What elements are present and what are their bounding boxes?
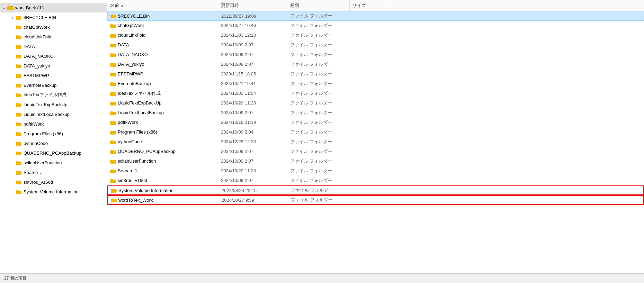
tree-item-Search_J[interactable]: Search_J [0, 167, 107, 177]
tree-item-sin3rou_v166d[interactable]: sin3rou_v166d [0, 177, 107, 187]
folder-icon [15, 92, 22, 98]
file-row[interactable]: LiquidTextExpBackUp2024/10/20 11:28ファイル … [107, 98, 644, 108]
cell-type: ファイル フォルダー [287, 100, 350, 106]
cell-name: EFSTMPWP [107, 71, 218, 77]
tree-item-IdeaTex[interactable]: IdeaTexファイル作成 [0, 90, 107, 100]
tree-item-label: $RECYCLE.BIN [24, 15, 56, 20]
file-folder-icon [110, 23, 116, 28]
col-header-type[interactable]: 種類 [287, 0, 350, 11]
cell-name: chatGptWork [107, 23, 218, 28]
file-row[interactable]: QUADERNO_PCAppBackup2024/10/09 2:07ファイル … [107, 147, 644, 156]
svg-rect-74 [110, 171, 116, 173]
file-folder-icon [110, 71, 116, 77]
file-folder-icon [111, 188, 117, 193]
tree-item-label: scilabUserFunction [24, 160, 62, 165]
svg-rect-44 [110, 25, 116, 28]
tree-item-chatGptWork[interactable]: chatGptWork [0, 22, 107, 32]
cell-type: ファイル フォルダー [287, 168, 350, 174]
file-row[interactable]: pythonCode2024/12/28 12:23ファイル フォルダー [107, 137, 644, 147]
file-row[interactable]: wordToTex_Work2024/10/27 9:59ファイル フォルダー [107, 195, 644, 205]
file-name-label: pythonCode [118, 139, 142, 144]
file-name-label: pdftkWork [118, 120, 138, 125]
col-header-date[interactable]: 更新日時 [218, 0, 287, 11]
file-row[interactable]: $RECYCLE.BIN2022/09/27 19:09ファイル フォルダー [107, 11, 644, 21]
tree-items-container: $RECYCLE.BIN chatGptWork cloudLinkFold D… [0, 12, 107, 197]
file-row[interactable]: cloudLinkFold2024/11/03 12:18ファイル フォルダー [107, 30, 644, 40]
file-row[interactable]: DATA2024/10/09 2:07ファイル フォルダー [107, 40, 644, 50]
svg-rect-26 [16, 124, 21, 126]
file-folder-icon [110, 110, 116, 116]
file-row[interactable]: DATA_NAOKO2024/10/09 2:07ファイル フォルダー [107, 50, 644, 60]
file-row[interactable]: System Volume Information2022/08/23 22:1… [107, 185, 644, 195]
file-row[interactable]: Program Files (x86)2024/10/09 2:04ファイル フ… [107, 127, 644, 137]
tree-item-cloudLinkFold[interactable]: cloudLinkFold [0, 32, 107, 42]
svg-rect-66 [110, 132, 116, 134]
cell-type: ファイル フォルダー [288, 13, 350, 19]
svg-rect-32 [16, 153, 21, 155]
cell-type: ファイル フォルダー [287, 32, 350, 38]
file-row[interactable]: LiquidTextLocalBackup2024/10/09 2:07ファイル… [107, 108, 644, 118]
file-name-label: $RECYCLE.BIN [118, 13, 151, 19]
tree-item-DATA[interactable]: DATA [0, 42, 107, 51]
folder-icon [15, 44, 22, 49]
tree-root-drive[interactable]: work Back (J:) [0, 3, 107, 12]
file-rows-container: $RECYCLE.BIN2022/09/27 19:09ファイル フォルダー c… [107, 11, 644, 205]
cell-name: $RECYCLE.BIN [108, 13, 218, 19]
file-name-label: EFSTMPWP [118, 71, 143, 76]
file-row[interactable]: EFSTMPWP2023/11/15 18:05ファイル フォルダー [107, 69, 644, 79]
file-row[interactable]: scilabUserFunction2024/10/09 2:07ファイル フォ… [107, 156, 644, 166]
cell-date: 2022/08/23 22:15 [219, 188, 288, 193]
tree-item-SystemVolumeInfo[interactable]: System Volume Information [0, 187, 107, 197]
folder-icon [15, 63, 22, 69]
tree-item-label: LiquidTextExpBackUp [24, 102, 67, 107]
tree-item-QUADERNO[interactable]: QUADERNO_PCAppBackup [0, 148, 107, 158]
cell-name: System Volume Information [108, 188, 219, 193]
file-folder-icon [110, 33, 116, 38]
tree-item-label: IdeaTexファイル作成 [24, 92, 66, 98]
file-folder-icon [110, 158, 116, 164]
sort-arrow-icon: ▲ [120, 3, 124, 7]
tree-item-LiquidTextExpBackUp[interactable]: LiquidTextExpBackUp [0, 100, 107, 109]
cell-name: sin3rou_v166d [107, 178, 218, 183]
cell-name: Search_J [107, 168, 218, 174]
tree-item-label: DATA_NAOKO [24, 54, 54, 59]
cell-type: ファイル フォルダー [288, 197, 350, 203]
file-row[interactable]: Search_J2024/10/20 11:28ファイル フォルダー [107, 166, 644, 176]
status-text: 27 個の項目 [4, 275, 27, 281]
svg-rect-76 [110, 180, 116, 183]
tree-item-scilabUserFunction[interactable]: scilabUserFunction [0, 158, 107, 167]
cell-name: cloudLinkFold [107, 33, 218, 38]
col-header-size[interactable]: サイズ [350, 0, 391, 11]
col-name-label: 名前 [110, 2, 119, 9]
folder-icon [15, 73, 22, 78]
file-row[interactable]: EvernoteBackup2024/10/21 19:41ファイル フォルダー [107, 79, 644, 89]
tree-item-DATA_yukiyo[interactable]: DATA_yukiyo [0, 61, 107, 71]
tree-item-label: pythonCode [24, 141, 48, 146]
tree-item-LiquidTextLocalBackup[interactable]: LiquidTextLocalBackup [0, 109, 107, 119]
col-header-name[interactable]: 名前 ▲ [107, 0, 218, 11]
tree-item-EvernoteBackup[interactable]: EvernoteBackup [0, 80, 107, 90]
file-row[interactable]: DATA_yukiyo2024/10/09 2:07ファイル フォルダー [107, 60, 644, 69]
tree-item-ProgramFiles[interactable]: Program Files (x86) [0, 129, 107, 138]
file-row[interactable]: IdeaTexファイル作成2024/12/01 11:54ファイル フォルダー [107, 89, 644, 98]
cell-date: 2024/10/09 2:07 [218, 42, 287, 47]
tree-item-recycle[interactable]: $RECYCLE.BIN [0, 12, 107, 22]
tree-item-pdftkWork[interactable]: pdftkWork [0, 119, 107, 129]
file-list-body: $RECYCLE.BIN2022/09/27 19:09ファイル フォルダー c… [107, 11, 644, 273]
file-folder-icon [110, 139, 116, 145]
tree-item-label: QUADERNO_PCAppBackup [24, 150, 81, 156]
file-row[interactable]: sin3rou_v166d2024/10/09 2:07ファイル フォルダー [107, 176, 644, 185]
folder-icon [15, 24, 22, 30]
file-name-label: DATA_NAOKO [118, 52, 148, 57]
cell-type: ファイル フォルダー [287, 148, 350, 155]
file-row[interactable]: chatGptWork2024/10/27 10:46ファイル フォルダー [107, 21, 644, 30]
cell-type: ファイル フォルダー [287, 158, 350, 164]
tree-item-pythonCode[interactable]: pythonCode [0, 138, 107, 148]
tree-item-EFSTMPWP[interactable]: EFSTMPWP [0, 71, 107, 80]
tree-item-DATA_NAOKO[interactable]: DATA_NAOKO [0, 51, 107, 61]
file-row[interactable]: pdftkWork2024/10/18 21:19ファイル フォルダー [107, 118, 644, 127]
cell-name: wordToTex_Work [108, 197, 219, 203]
cell-name: DATA_yukiyo [107, 62, 218, 67]
svg-rect-62 [110, 112, 116, 115]
folder-icon [15, 170, 22, 175]
